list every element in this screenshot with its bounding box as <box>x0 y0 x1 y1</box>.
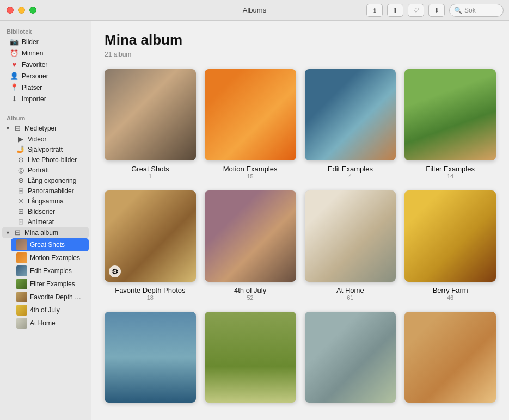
sidebar-album-home[interactable]: At Home <box>11 317 89 330</box>
great-shots-cover <box>105 69 196 160</box>
sidebar-minnen-label: Minnen <box>22 50 43 57</box>
july-thumb <box>16 305 27 316</box>
sidebar-album-great-shots[interactable]: Great Shots <box>11 238 89 251</box>
album-card-row3-1[interactable] <box>105 312 196 407</box>
home-cover <box>305 190 396 282</box>
album-card-filter[interactable]: Filter Examples 14 <box>404 69 496 180</box>
motion-count: 15 <box>247 173 254 180</box>
info-button[interactable]: ℹ <box>366 4 383 17</box>
album-card-edit[interactable]: Edit Examples 4 <box>305 69 396 180</box>
close-button[interactable] <box>7 7 14 14</box>
maximize-button[interactable] <box>29 7 36 14</box>
selfie-icon: 🤳 <box>16 145 25 153</box>
sidebar-item-sjalvportratt[interactable]: 🤳 Självporträtt <box>11 144 89 155</box>
minimize-button[interactable] <box>18 7 25 14</box>
great-shots-name: Great Shots <box>131 165 169 173</box>
july-cover <box>205 190 296 282</box>
page-title: Mina album <box>105 32 496 48</box>
content-area: Mina album 21 album Great Shots 1 Motion… <box>91 21 509 420</box>
photos-icon: 📷 <box>10 38 19 46</box>
medietyper-icon: ⊟ <box>14 124 22 132</box>
album-card-row3-3[interactable] <box>305 312 396 407</box>
edit-cover <box>305 69 396 160</box>
album-card-great-shots[interactable]: Great Shots 1 <box>105 69 196 180</box>
sidebar-item-bildserier[interactable]: ⊞ Bildserier <box>11 206 89 217</box>
album-card-berry[interactable]: Berry Farm 46 <box>404 190 496 301</box>
home-name: At Home <box>336 286 364 294</box>
sidebar-item-portratt[interactable]: ◎ Porträtt <box>11 165 89 175</box>
search-box[interactable]: 🔍 Sök <box>449 4 504 17</box>
app-body: Bibliotek 📷 Bilder ⏰ Minnen ♥ Favoriter … <box>0 21 509 420</box>
favorite-button[interactable]: ♡ <box>408 4 424 17</box>
people-icon: 👤 <box>10 72 19 80</box>
gear-icon: ⚙ <box>109 265 121 277</box>
share-button[interactable]: ⬆ <box>387 4 403 17</box>
row3-1-cover <box>105 312 196 403</box>
album-card-row3-4[interactable] <box>404 312 496 407</box>
sidebar-importer-label: Importer <box>22 95 46 103</box>
long-exposure-icon: ⊕ <box>16 176 25 184</box>
berry-name: Berry Farm <box>433 286 468 294</box>
sidebar-album-depth[interactable]: Favorite Depth Phot… <box>11 291 89 304</box>
sidebar-item-panorama[interactable]: ⊟ Panoramabilder <box>11 186 89 196</box>
depth-count: 18 <box>147 294 154 301</box>
upload-button[interactable]: ⬇ <box>428 4 445 17</box>
sidebar-divider-1 <box>4 108 87 108</box>
depth-cover: ⚙ <box>105 190 196 282</box>
sidebar-album-july[interactable]: 4th of July <box>11 304 89 317</box>
sidebar-item-langsamma[interactable]: ✳ Långsamma <box>11 196 89 206</box>
home-thumb <box>16 318 27 329</box>
sidebar-album-edit[interactable]: Edit Examples <box>11 264 89 277</box>
home-count: 61 <box>347 294 353 301</box>
video-icon: ▶ <box>16 135 25 143</box>
sidebar-album-filter[interactable]: Filter Examples <box>11 277 89 291</box>
album-card-home[interactable]: At Home 61 <box>305 190 396 301</box>
window-controls <box>7 7 36 14</box>
medietyper-arrow: ▼ <box>5 126 10 131</box>
filter-thumb <box>16 279 27 289</box>
sidebar-medietyper-group[interactable]: ▼ ⊟ Medietyper <box>2 122 89 134</box>
sidebar-item-favoriter[interactable]: ♥ Favoriter <box>2 59 89 70</box>
album-card-motion[interactable]: Motion Examples 15 <box>205 69 296 180</box>
sidebar-album-filter-label: Filter Examples <box>30 280 75 288</box>
sidebar-mina-album-group[interactable]: ▼ ⊟ Mina album <box>2 227 89 238</box>
titlebar: Albums ℹ ⬆ ♡ ⬇ 🔍 Sök <box>0 0 509 21</box>
sidebar-langexpo-label: Lång exponering <box>28 177 76 184</box>
filter-count: 14 <box>447 173 453 180</box>
sidebar-album-motion[interactable]: Motion Examples <box>11 251 89 264</box>
sidebar-item-bilder[interactable]: 📷 Bilder <box>2 36 89 47</box>
berry-cover <box>404 190 496 282</box>
memories-icon: ⏰ <box>10 49 19 57</box>
album-section-label: Album <box>0 112 91 122</box>
album-count: 21 album <box>105 51 496 58</box>
sidebar-bildserier-label: Bildserier <box>28 208 55 215</box>
july-count: 52 <box>247 294 254 301</box>
sidebar-medietyper-label: Medietyper <box>24 125 57 132</box>
sidebar-sjalvportratt-label: Självporträtt <box>28 146 63 153</box>
album-card-row3-2[interactable] <box>205 312 296 407</box>
sidebar-personer-label: Personer <box>22 72 48 80</box>
row3-2-cover <box>205 312 296 403</box>
sidebar-favoriter-label: Favoriter <box>22 61 47 69</box>
sidebar-item-videor[interactable]: ▶ Videor <box>11 134 89 144</box>
filter-name: Filter Examples <box>426 165 475 173</box>
mina-album-arrow: ▼ <box>5 230 10 236</box>
sidebar-item-platser[interactable]: 📍 Platser <box>2 82 89 93</box>
great-shots-thumb <box>16 239 27 250</box>
sidebar-item-lang-expo[interactable]: ⊕ Lång exponering <box>11 175 89 186</box>
places-icon: 📍 <box>10 83 19 91</box>
album-card-july[interactable]: 4th of July 52 <box>205 190 296 301</box>
sidebar-item-live-photo[interactable]: ⊙ Live Photo-bilder <box>11 155 89 165</box>
filter-cover <box>404 69 496 160</box>
sidebar-item-animerat[interactable]: ⊡ Animerat <box>11 217 89 227</box>
sidebar-item-importer[interactable]: ⬇ Importer <box>2 93 89 104</box>
great-shots-count: 1 <box>149 173 152 180</box>
sidebar-item-minnen[interactable]: ⏰ Minnen <box>2 47 89 59</box>
sidebar-item-personer[interactable]: 👤 Personer <box>2 70 89 82</box>
album-card-depth[interactable]: ⚙ Favorite Depth Photos 18 <box>105 190 196 301</box>
import-icon: ⬇ <box>10 95 19 103</box>
search-placeholder: Sök <box>464 7 476 14</box>
sidebar-mina-album-label: Mina album <box>24 229 58 237</box>
sidebar-album-motion-label: Motion Examples <box>30 254 80 262</box>
edit-count: 4 <box>348 173 352 180</box>
